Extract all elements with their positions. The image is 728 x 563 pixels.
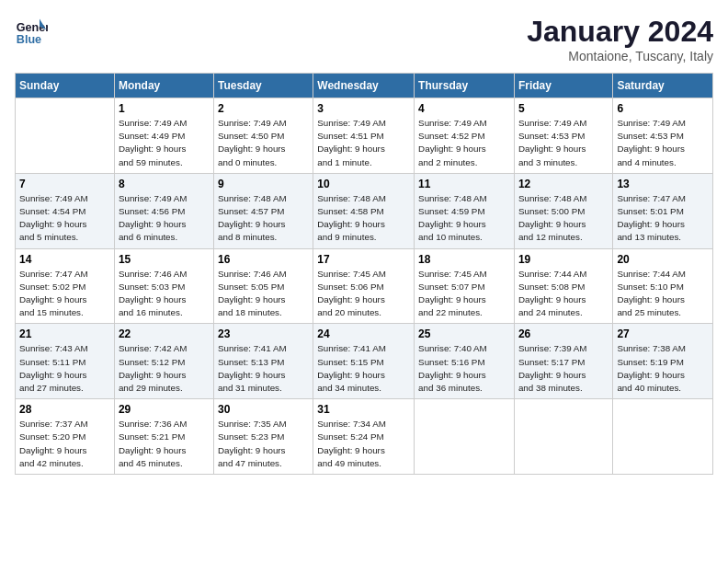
calendar-week-row: 14Sunrise: 7:47 AM Sunset: 5:02 PM Dayli… (16, 248, 713, 324)
day-number: 16 (218, 253, 309, 266)
calendar-cell: 3Sunrise: 7:49 AM Sunset: 4:51 PM Daylig… (313, 98, 415, 174)
day-number: 31 (317, 403, 410, 416)
col-monday: Monday (114, 74, 213, 98)
day-number: 20 (617, 253, 709, 266)
calendar-cell: 25Sunrise: 7:40 AM Sunset: 5:16 PM Dayli… (415, 324, 515, 399)
calendar-cell: 6Sunrise: 7:49 AM Sunset: 4:53 PM Daylig… (613, 98, 713, 174)
col-tuesday: Tuesday (213, 74, 313, 98)
day-number: 17 (317, 253, 410, 266)
calendar-cell: 15Sunrise: 7:46 AM Sunset: 5:03 PM Dayli… (114, 248, 213, 324)
day-info: Sunrise: 7:40 AM Sunset: 5:16 PM Dayligh… (418, 342, 510, 395)
calendar-cell (514, 399, 612, 475)
day-info: Sunrise: 7:46 AM Sunset: 5:03 PM Dayligh… (119, 268, 210, 320)
title-block: January 2024 Montaione, Tuscany, Italy (527, 15, 713, 63)
day-number: 22 (119, 327, 210, 340)
day-info: Sunrise: 7:49 AM Sunset: 4:56 PM Dayligh… (119, 192, 210, 245)
day-info: Sunrise: 7:49 AM Sunset: 4:52 PM Dayligh… (418, 117, 510, 169)
day-info: Sunrise: 7:43 AM Sunset: 5:11 PM Dayligh… (19, 342, 110, 395)
calendar-cell (16, 98, 115, 174)
day-info: Sunrise: 7:49 AM Sunset: 4:49 PM Dayligh… (119, 117, 210, 169)
calendar-cell: 22Sunrise: 7:42 AM Sunset: 5:12 PM Dayli… (114, 324, 213, 399)
day-info: Sunrise: 7:49 AM Sunset: 4:54 PM Dayligh… (19, 192, 110, 245)
calendar-cell: 27Sunrise: 7:38 AM Sunset: 5:19 PM Dayli… (613, 324, 713, 399)
calendar-cell: 28Sunrise: 7:37 AM Sunset: 5:20 PM Dayli… (16, 399, 115, 475)
calendar-cell: 11Sunrise: 7:48 AM Sunset: 4:59 PM Dayli… (415, 173, 515, 248)
day-info: Sunrise: 7:46 AM Sunset: 5:05 PM Dayligh… (218, 268, 309, 320)
calendar-cell: 30Sunrise: 7:35 AM Sunset: 5:23 PM Dayli… (213, 399, 313, 475)
day-number: 26 (518, 327, 609, 340)
calendar-cell: 4Sunrise: 7:49 AM Sunset: 4:52 PM Daylig… (415, 98, 515, 174)
day-number: 28 (19, 403, 110, 416)
col-thursday: Thursday (415, 74, 515, 98)
day-number: 25 (418, 327, 510, 340)
day-info: Sunrise: 7:42 AM Sunset: 5:12 PM Dayligh… (119, 342, 210, 395)
calendar-table: Sunday Monday Tuesday Wednesday Thursday… (15, 73, 713, 475)
location-subtitle: Montaione, Tuscany, Italy (527, 49, 713, 63)
calendar-cell (613, 399, 713, 475)
day-info: Sunrise: 7:41 AM Sunset: 5:15 PM Dayligh… (317, 342, 410, 395)
calendar-cell: 17Sunrise: 7:45 AM Sunset: 5:06 PM Dayli… (313, 248, 415, 324)
calendar-cell: 14Sunrise: 7:47 AM Sunset: 5:02 PM Dayli… (16, 248, 115, 324)
day-number: 23 (218, 327, 309, 340)
day-info: Sunrise: 7:49 AM Sunset: 4:53 PM Dayligh… (518, 117, 609, 169)
day-number: 4 (418, 102, 510, 115)
day-number: 10 (317, 178, 410, 190)
day-info: Sunrise: 7:44 AM Sunset: 5:08 PM Dayligh… (518, 268, 609, 320)
calendar-cell: 31Sunrise: 7:34 AM Sunset: 5:24 PM Dayli… (313, 399, 415, 475)
day-number: 29 (119, 403, 210, 416)
calendar-cell: 16Sunrise: 7:46 AM Sunset: 5:05 PM Dayli… (213, 248, 313, 324)
page-header: General Blue January 2024 Montaione, Tus… (15, 15, 713, 63)
col-friday: Friday (514, 74, 612, 98)
day-number: 13 (617, 178, 709, 190)
day-number: 12 (518, 178, 609, 190)
day-info: Sunrise: 7:41 AM Sunset: 5:13 PM Dayligh… (218, 342, 309, 395)
day-info: Sunrise: 7:37 AM Sunset: 5:20 PM Dayligh… (19, 418, 110, 470)
col-sunday: Sunday (16, 74, 115, 98)
logo: General Blue (15, 15, 48, 48)
day-number: 24 (317, 327, 410, 340)
day-info: Sunrise: 7:44 AM Sunset: 5:10 PM Dayligh… (617, 268, 709, 320)
calendar-cell: 23Sunrise: 7:41 AM Sunset: 5:13 PM Dayli… (213, 324, 313, 399)
col-saturday: Saturday (613, 74, 713, 98)
day-number: 18 (418, 253, 510, 266)
calendar-cell: 26Sunrise: 7:39 AM Sunset: 5:17 PM Dayli… (514, 324, 612, 399)
calendar-week-row: 7Sunrise: 7:49 AM Sunset: 4:54 PM Daylig… (16, 173, 713, 248)
day-number: 15 (119, 253, 210, 266)
calendar-week-row: 1Sunrise: 7:49 AM Sunset: 4:49 PM Daylig… (16, 98, 713, 174)
day-info: Sunrise: 7:48 AM Sunset: 4:59 PM Dayligh… (418, 192, 510, 245)
day-info: Sunrise: 7:47 AM Sunset: 5:01 PM Dayligh… (617, 192, 709, 245)
day-number: 30 (218, 403, 309, 416)
calendar-cell: 24Sunrise: 7:41 AM Sunset: 5:15 PM Dayli… (313, 324, 415, 399)
calendar-cell: 8Sunrise: 7:49 AM Sunset: 4:56 PM Daylig… (114, 173, 213, 248)
day-number: 2 (218, 102, 309, 115)
calendar-week-row: 28Sunrise: 7:37 AM Sunset: 5:20 PM Dayli… (16, 399, 713, 475)
day-number: 14 (19, 253, 110, 266)
day-info: Sunrise: 7:38 AM Sunset: 5:19 PM Dayligh… (617, 342, 709, 395)
day-info: Sunrise: 7:36 AM Sunset: 5:21 PM Dayligh… (119, 418, 210, 470)
day-number: 11 (418, 178, 510, 190)
day-info: Sunrise: 7:34 AM Sunset: 5:24 PM Dayligh… (317, 418, 410, 470)
calendar-cell: 7Sunrise: 7:49 AM Sunset: 4:54 PM Daylig… (16, 173, 115, 248)
day-info: Sunrise: 7:48 AM Sunset: 4:57 PM Dayligh… (218, 192, 309, 245)
col-wednesday: Wednesday (313, 74, 415, 98)
day-info: Sunrise: 7:45 AM Sunset: 5:07 PM Dayligh… (418, 268, 510, 320)
day-info: Sunrise: 7:45 AM Sunset: 5:06 PM Dayligh… (317, 268, 410, 320)
day-info: Sunrise: 7:49 AM Sunset: 4:50 PM Dayligh… (218, 117, 309, 169)
day-number: 7 (19, 178, 110, 190)
calendar-cell: 20Sunrise: 7:44 AM Sunset: 5:10 PM Dayli… (613, 248, 713, 324)
calendar-cell: 10Sunrise: 7:48 AM Sunset: 4:58 PM Dayli… (313, 173, 415, 248)
logo-icon: General Blue (15, 15, 48, 48)
calendar-cell: 18Sunrise: 7:45 AM Sunset: 5:07 PM Dayli… (415, 248, 515, 324)
calendar-cell: 9Sunrise: 7:48 AM Sunset: 4:57 PM Daylig… (213, 173, 313, 248)
day-number: 27 (617, 327, 709, 340)
month-title: January 2024 (527, 15, 713, 49)
day-info: Sunrise: 7:47 AM Sunset: 5:02 PM Dayligh… (19, 268, 110, 320)
day-number: 9 (218, 178, 309, 190)
day-info: Sunrise: 7:48 AM Sunset: 4:58 PM Dayligh… (317, 192, 410, 245)
calendar-cell (415, 399, 515, 475)
day-info: Sunrise: 7:49 AM Sunset: 4:51 PM Dayligh… (317, 117, 410, 169)
day-info: Sunrise: 7:39 AM Sunset: 5:17 PM Dayligh… (518, 342, 609, 395)
calendar-cell: 1Sunrise: 7:49 AM Sunset: 4:49 PM Daylig… (114, 98, 213, 174)
calendar-header-row: Sunday Monday Tuesday Wednesday Thursday… (16, 74, 713, 98)
day-info: Sunrise: 7:48 AM Sunset: 5:00 PM Dayligh… (518, 192, 609, 245)
